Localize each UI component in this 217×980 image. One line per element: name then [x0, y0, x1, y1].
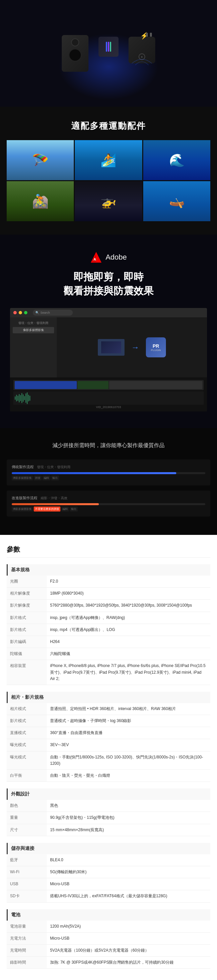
improved-workflow: 改進版製作流程 縮影・沖發・高效 傳影多媒體影集 不需要這麼多的拼接 編輯 輸出: [7, 490, 210, 517]
spec-value-photo-res: 18MP (6080*3040): [47, 588, 210, 599]
wifi-arcs: [129, 53, 155, 67]
spec-category-photo-video: 相片・影片規格 相片模式 普通拍照、定時拍照 • HDR 360相片、inter…: [7, 692, 210, 782]
time-section-title: 減少拼接所需時間，讓你能專心製作最優質作品: [7, 441, 210, 449]
sport-cell-wave: [143, 140, 210, 180]
spec-row-video-res: 影片解像度 5760*2880@30fps, 3840*1920@50fps, …: [7, 600, 210, 612]
spec-key-live-mode: 直播模式: [7, 727, 47, 739]
charger-pins: [146, 33, 152, 37]
adobe-section: A Adobe 即拖即剪，即時 觀看拼接與防震效果 🔍 Search 發現・位夾…: [0, 235, 217, 428]
waveform-bar-2: [16, 395, 17, 401]
hero-devices: ⚡ ●: [62, 35, 155, 72]
spec-key-charge-time: 充電時間: [7, 945, 47, 956]
spec-key-battery-cap: 電池容量: [7, 921, 47, 932]
spec-row-bluetooth: 藍牙 BLE4.0: [7, 854, 210, 866]
spec-key-exposure-mode: 曝光模式: [7, 751, 47, 770]
spec-key-aperture: 光圈: [7, 576, 47, 587]
spec-key-photo-format: 影片格式: [7, 612, 47, 624]
improved-label-row: 改進版製作流程 縮影・沖發・高效: [12, 495, 205, 501]
device-camera: [62, 35, 88, 72]
spec-value-aperture: F2.0: [47, 576, 210, 587]
spec-row-sd: SD卡 搭載UHS-IV30以上的，exFAT/FAT64格式（最大儲存容量是1…: [7, 890, 210, 902]
pr-clip-gray: [109, 381, 202, 389]
pr-timeline-bar-1: [13, 380, 204, 390]
traditional-workflow: 傳統製作流程 發現・位夾・發現利用 傳影多媒體影集 拼接 編輯 輸出: [7, 460, 210, 485]
spec-value-exposure: 3EV~-3EV: [47, 739, 210, 751]
pr-plugin-icon: PR PLUGIN: [146, 337, 166, 357]
spec-key-video-mode: 影片模式: [7, 715, 47, 727]
spec-key-weight: 重量: [7, 812, 47, 824]
waveform-bar-6: [21, 393, 22, 403]
spec-row-size: 尺寸 15 mm×48mm×28mm(長寬高): [7, 824, 210, 836]
waveform-bar-12: [29, 396, 30, 401]
waveform-bar-8: [24, 396, 25, 400]
spec-value-color: 黑色: [47, 800, 210, 811]
spec-key-record-time: 錄影時間: [7, 957, 47, 968]
pr-search-bar[interactable]: 🔍 Search: [33, 310, 73, 316]
spec-row-weight: 重量 90.9g(不含登架包)・115g(帶電池包): [7, 812, 210, 824]
spec-row-aperture: 光圈 F2.0: [7, 576, 210, 588]
specs-title: 參數: [7, 545, 210, 558]
spec-row-video-format: 影片格式 insp, mp4（可透過App匯出）、LOG: [7, 624, 210, 636]
spec-row-record-time: 錄影時間 加熱: 7K @ 30FPS或4K@60FPS限台灣銷售的話片，可持續…: [7, 957, 210, 969]
spec-key-usb: USB: [7, 878, 47, 890]
spec-category-basic: 基本規格 光圈 F2.0 相片解像度 18MP (6080*3040) 影片解像…: [7, 564, 210, 685]
spec-value-photo-mode: 普通拍照、定時拍照 • HDR 360相片、interval 360相片、RAW…: [47, 703, 210, 715]
sport-cell-drone: [75, 181, 142, 221]
spec-row-exposure-mode: 曝光模式 自動・手動(快門1/8000s-125s, ISO 100-3200)…: [7, 751, 210, 770]
spec-key-photo-mode: 相片模式: [7, 703, 47, 715]
improved-label: 改進版製作流程: [12, 495, 37, 501]
spec-value-photo-format: insp, jpeg（可透過App轉換）、RAW(dng): [47, 612, 210, 624]
battery-stripe-teal: [110, 42, 111, 52]
search-placeholder: Search: [40, 311, 50, 314]
pr-clip-blue: [15, 381, 77, 389]
spec-value-bluetooth: BLE4.0: [47, 854, 210, 866]
spec-row-color: 顏色 黑色: [7, 800, 210, 812]
spec-row-charge-method: 充電方法 Micro-USB: [7, 932, 210, 945]
spec-value-wifi: 5G(傳輸距離約30米): [47, 866, 210, 878]
spec-row-compat: 相容裝置 iPhone X, iPhone8/8 plus, iPhone 7/…: [7, 660, 210, 685]
hero-section: ⚡ ●: [0, 0, 217, 107]
spec-value-charge-time: 5V2A充電器（100分鐘）或5V2A方充電電器（60分鐘）: [47, 945, 210, 956]
spec-value-video-res: 5760*2880@30fps, 3840*1920@50fps, 3840*1…: [47, 600, 210, 611]
spec-key-gyro: 陀螺儀: [7, 648, 47, 660]
spec-category-battery-name: 電池: [7, 909, 210, 921]
spec-value-video-mode: 普通模式・超時攝像・子彈時間・log 360錄影: [47, 715, 210, 727]
spec-value-battery-cap: 1200 mAh(5V2A): [47, 921, 210, 932]
traditional-sublabel: 發現・位夾・發現利用: [37, 465, 70, 469]
stage-item-4: 輸出: [51, 476, 59, 480]
pr-dot-green: [24, 311, 27, 314]
spec-row-battery-cap: 電池容量 1200 mAh(5V2A): [7, 921, 210, 932]
adobe-logo-area: A Adobe: [7, 251, 210, 263]
spec-key-sd: SD卡: [7, 890, 47, 902]
time-section: 減少拼接所需時間，讓你能專心製作最優質作品 傳統製作流程 發現・位夾・發現利用 …: [0, 428, 217, 535]
device-charger: ⚡ ●: [129, 37, 155, 64]
spec-key-video-format: 影片格式: [7, 624, 47, 636]
spec-value-codec: H264: [47, 636, 210, 648]
traditional-stages: 傳影多媒體影集 拼接 編輯 輸出: [12, 476, 205, 480]
pr-content-area: → PR PLUGIN: [57, 317, 207, 377]
traditional-progress-fill: [12, 472, 176, 474]
battery-stripe-blue: [106, 42, 107, 52]
spec-key-wifi: Wi-Fi: [7, 866, 47, 878]
pr-main-area: 發現・位夾・發現利用 像影多媒體影集 → PR PLUGIN: [10, 317, 207, 377]
sport-cell-surf: [75, 140, 142, 180]
spec-value-record-time: 加熱: 7K @ 30FPS或4K@60FPS限台灣銷售的話片，可持續約30分鐘: [47, 957, 210, 968]
pr-arrow: →: [131, 343, 139, 352]
spec-value-wb: 自動・陰天・熒光・螢光・白熾燈: [47, 770, 210, 781]
pr-top-bar: 🔍 Search: [10, 308, 207, 317]
waveform-bar-5: [20, 395, 21, 401]
spec-category-storage: 儲存與連接 藍牙 BLE4.0 Wi-Fi 5G(傳輸距離約30米) USB M…: [7, 843, 210, 903]
spec-row-charge-time: 充電時間 5V2A充電器（100分鐘）或5V2A方充電電器（60分鐘）: [7, 945, 210, 957]
spec-row-live-mode: 直播模式 360°直播・自由選擇視角直播: [7, 727, 210, 739]
pr-sidebar-item-1[interactable]: 發現・位夾・發現利用: [13, 320, 54, 326]
sports-grid: [7, 140, 210, 221]
pr-sidebar-item-2[interactable]: 像影多媒體影集: [13, 327, 54, 333]
spec-key-bluetooth: 藍牙: [7, 854, 47, 866]
waveform-bar-9: [26, 393, 26, 403]
spec-key-size: 尺寸: [7, 824, 47, 836]
improved-stages: 傳影多媒體影集 不需要這麼多的拼接 編輯 輸出: [12, 506, 205, 512]
sports-section-title: 適配多種運動配件: [7, 120, 210, 132]
spec-row-photo-mode: 相片模式 普通拍照、定時拍照 • HDR 360相片、interval 360相…: [7, 703, 210, 715]
charger-pin-1: [146, 33, 148, 37]
specs-section: 參數 基本規格 光圈 F2.0 相片解像度 18MP (6080*3040) 影…: [0, 535, 217, 980]
